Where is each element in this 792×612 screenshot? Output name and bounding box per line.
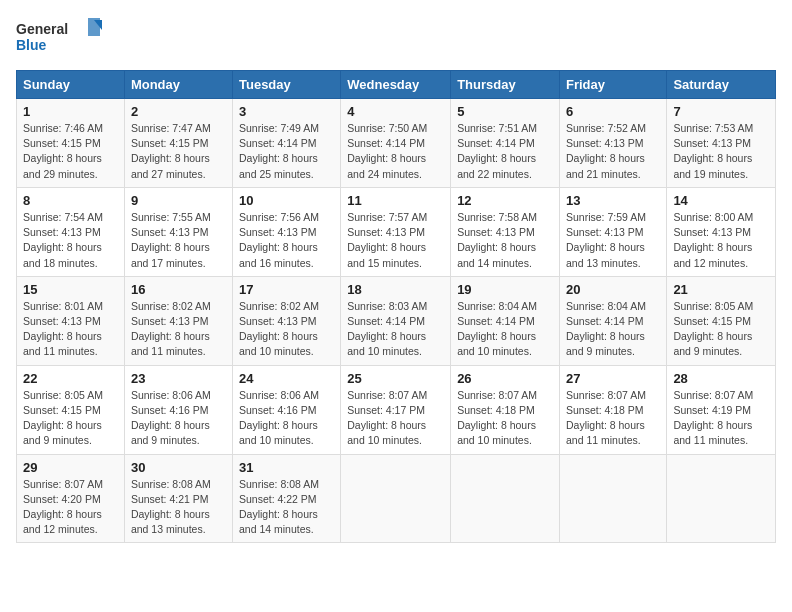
day-info: Sunrise: 8:00 AMSunset: 4:13 PMDaylight:… — [673, 210, 769, 271]
day-info: Sunrise: 8:06 AMSunset: 4:16 PMDaylight:… — [239, 388, 334, 449]
day-cell: 5Sunrise: 7:51 AMSunset: 4:14 PMDaylight… — [451, 99, 560, 188]
week-row-0: 1Sunrise: 7:46 AMSunset: 4:15 PMDaylight… — [17, 99, 776, 188]
day-number: 26 — [457, 371, 553, 386]
calendar-table: SundayMondayTuesdayWednesdayThursdayFrid… — [16, 70, 776, 543]
day-cell: 26Sunrise: 8:07 AMSunset: 4:18 PMDayligh… — [451, 365, 560, 454]
day-cell: 22Sunrise: 8:05 AMSunset: 4:15 PMDayligh… — [17, 365, 125, 454]
day-info: Sunrise: 8:05 AMSunset: 4:15 PMDaylight:… — [23, 388, 118, 449]
day-cell: 31Sunrise: 8:08 AMSunset: 4:22 PMDayligh… — [232, 454, 340, 543]
day-info: Sunrise: 7:55 AMSunset: 4:13 PMDaylight:… — [131, 210, 226, 271]
header-row: SundayMondayTuesdayWednesdayThursdayFrid… — [17, 71, 776, 99]
day-cell: 9Sunrise: 7:55 AMSunset: 4:13 PMDaylight… — [124, 187, 232, 276]
day-number: 15 — [23, 282, 118, 297]
day-cell: 25Sunrise: 8:07 AMSunset: 4:17 PMDayligh… — [341, 365, 451, 454]
day-number: 27 — [566, 371, 660, 386]
day-number: 20 — [566, 282, 660, 297]
day-number: 29 — [23, 460, 118, 475]
day-number: 8 — [23, 193, 118, 208]
header: General Blue — [16, 16, 776, 60]
day-cell: 10Sunrise: 7:56 AMSunset: 4:13 PMDayligh… — [232, 187, 340, 276]
logo: General Blue — [16, 16, 106, 60]
day-cell: 19Sunrise: 8:04 AMSunset: 4:14 PMDayligh… — [451, 276, 560, 365]
day-number: 24 — [239, 371, 334, 386]
day-number: 4 — [347, 104, 444, 119]
day-cell: 20Sunrise: 8:04 AMSunset: 4:14 PMDayligh… — [559, 276, 666, 365]
day-cell: 13Sunrise: 7:59 AMSunset: 4:13 PMDayligh… — [559, 187, 666, 276]
day-cell: 30Sunrise: 8:08 AMSunset: 4:21 PMDayligh… — [124, 454, 232, 543]
day-info: Sunrise: 8:07 AMSunset: 4:19 PMDaylight:… — [673, 388, 769, 449]
week-row-1: 8Sunrise: 7:54 AMSunset: 4:13 PMDaylight… — [17, 187, 776, 276]
day-info: Sunrise: 8:04 AMSunset: 4:14 PMDaylight:… — [457, 299, 553, 360]
day-info: Sunrise: 7:54 AMSunset: 4:13 PMDaylight:… — [23, 210, 118, 271]
day-number: 22 — [23, 371, 118, 386]
day-number: 9 — [131, 193, 226, 208]
day-info: Sunrise: 8:07 AMSunset: 4:18 PMDaylight:… — [457, 388, 553, 449]
day-number: 25 — [347, 371, 444, 386]
day-info: Sunrise: 8:02 AMSunset: 4:13 PMDaylight:… — [131, 299, 226, 360]
day-info: Sunrise: 8:02 AMSunset: 4:13 PMDaylight:… — [239, 299, 334, 360]
day-info: Sunrise: 8:08 AMSunset: 4:22 PMDaylight:… — [239, 477, 334, 538]
day-info: Sunrise: 7:58 AMSunset: 4:13 PMDaylight:… — [457, 210, 553, 271]
day-cell: 16Sunrise: 8:02 AMSunset: 4:13 PMDayligh… — [124, 276, 232, 365]
day-cell: 8Sunrise: 7:54 AMSunset: 4:13 PMDaylight… — [17, 187, 125, 276]
day-info: Sunrise: 8:08 AMSunset: 4:21 PMDaylight:… — [131, 477, 226, 538]
day-cell: 4Sunrise: 7:50 AMSunset: 4:14 PMDaylight… — [341, 99, 451, 188]
day-cell: 28Sunrise: 8:07 AMSunset: 4:19 PMDayligh… — [667, 365, 776, 454]
day-info: Sunrise: 7:59 AMSunset: 4:13 PMDaylight:… — [566, 210, 660, 271]
day-cell: 6Sunrise: 7:52 AMSunset: 4:13 PMDaylight… — [559, 99, 666, 188]
logo-svg: General Blue — [16, 16, 106, 60]
day-info: Sunrise: 8:04 AMSunset: 4:14 PMDaylight:… — [566, 299, 660, 360]
week-row-4: 29Sunrise: 8:07 AMSunset: 4:20 PMDayligh… — [17, 454, 776, 543]
day-cell: 23Sunrise: 8:06 AMSunset: 4:16 PMDayligh… — [124, 365, 232, 454]
day-info: Sunrise: 7:57 AMSunset: 4:13 PMDaylight:… — [347, 210, 444, 271]
day-info: Sunrise: 7:50 AMSunset: 4:14 PMDaylight:… — [347, 121, 444, 182]
day-info: Sunrise: 8:01 AMSunset: 4:13 PMDaylight:… — [23, 299, 118, 360]
day-cell: 24Sunrise: 8:06 AMSunset: 4:16 PMDayligh… — [232, 365, 340, 454]
svg-text:General: General — [16, 21, 68, 37]
day-number: 11 — [347, 193, 444, 208]
day-number: 2 — [131, 104, 226, 119]
day-cell: 1Sunrise: 7:46 AMSunset: 4:15 PMDaylight… — [17, 99, 125, 188]
day-cell: 21Sunrise: 8:05 AMSunset: 4:15 PMDayligh… — [667, 276, 776, 365]
day-number: 19 — [457, 282, 553, 297]
day-info: Sunrise: 8:07 AMSunset: 4:20 PMDaylight:… — [23, 477, 118, 538]
day-cell: 27Sunrise: 8:07 AMSunset: 4:18 PMDayligh… — [559, 365, 666, 454]
day-number: 10 — [239, 193, 334, 208]
day-info: Sunrise: 7:49 AMSunset: 4:14 PMDaylight:… — [239, 121, 334, 182]
header-sunday: Sunday — [17, 71, 125, 99]
day-info: Sunrise: 7:52 AMSunset: 4:13 PMDaylight:… — [566, 121, 660, 182]
day-number: 14 — [673, 193, 769, 208]
day-number: 30 — [131, 460, 226, 475]
day-info: Sunrise: 8:07 AMSunset: 4:17 PMDaylight:… — [347, 388, 444, 449]
week-row-2: 15Sunrise: 8:01 AMSunset: 4:13 PMDayligh… — [17, 276, 776, 365]
day-info: Sunrise: 7:46 AMSunset: 4:15 PMDaylight:… — [23, 121, 118, 182]
day-cell — [667, 454, 776, 543]
day-number: 7 — [673, 104, 769, 119]
day-cell: 3Sunrise: 7:49 AMSunset: 4:14 PMDaylight… — [232, 99, 340, 188]
day-cell: 11Sunrise: 7:57 AMSunset: 4:13 PMDayligh… — [341, 187, 451, 276]
day-number: 1 — [23, 104, 118, 119]
day-info: Sunrise: 7:47 AMSunset: 4:15 PMDaylight:… — [131, 121, 226, 182]
day-cell: 29Sunrise: 8:07 AMSunset: 4:20 PMDayligh… — [17, 454, 125, 543]
day-cell — [451, 454, 560, 543]
day-number: 12 — [457, 193, 553, 208]
day-number: 18 — [347, 282, 444, 297]
day-cell: 2Sunrise: 7:47 AMSunset: 4:15 PMDaylight… — [124, 99, 232, 188]
day-info: Sunrise: 8:07 AMSunset: 4:18 PMDaylight:… — [566, 388, 660, 449]
day-number: 16 — [131, 282, 226, 297]
header-tuesday: Tuesday — [232, 71, 340, 99]
day-cell — [559, 454, 666, 543]
day-number: 21 — [673, 282, 769, 297]
header-saturday: Saturday — [667, 71, 776, 99]
header-friday: Friday — [559, 71, 666, 99]
day-info: Sunrise: 8:05 AMSunset: 4:15 PMDaylight:… — [673, 299, 769, 360]
day-cell: 17Sunrise: 8:02 AMSunset: 4:13 PMDayligh… — [232, 276, 340, 365]
day-cell: 12Sunrise: 7:58 AMSunset: 4:13 PMDayligh… — [451, 187, 560, 276]
day-info: Sunrise: 8:03 AMSunset: 4:14 PMDaylight:… — [347, 299, 444, 360]
day-number: 23 — [131, 371, 226, 386]
day-info: Sunrise: 7:53 AMSunset: 4:13 PMDaylight:… — [673, 121, 769, 182]
day-cell: 18Sunrise: 8:03 AMSunset: 4:14 PMDayligh… — [341, 276, 451, 365]
day-cell: 7Sunrise: 7:53 AMSunset: 4:13 PMDaylight… — [667, 99, 776, 188]
day-cell — [341, 454, 451, 543]
header-wednesday: Wednesday — [341, 71, 451, 99]
